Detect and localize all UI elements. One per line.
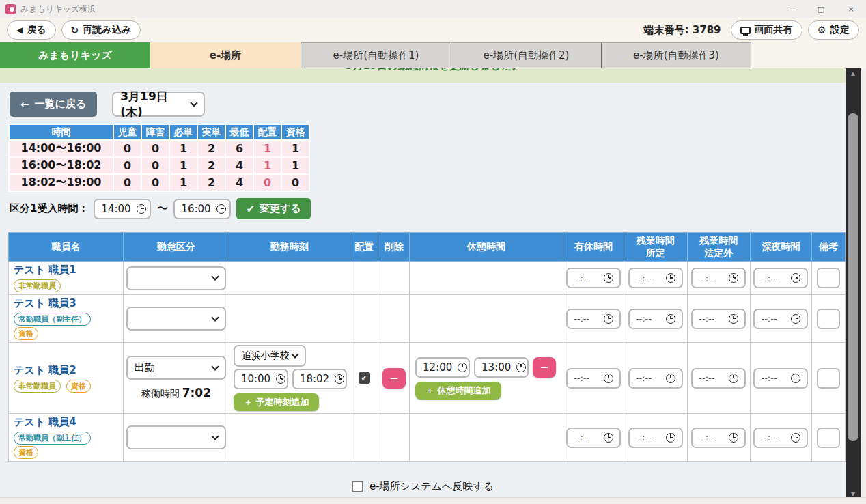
reflect-row: e-場所システムへ反映する [0, 480, 846, 493]
paid-leave-time-input[interactable]: --:-- [566, 268, 621, 288]
break-end-time-input[interactable]: 13:00 [474, 357, 529, 378]
attendance-type-select[interactable] [126, 307, 226, 331]
scroll-up-button[interactable]: ▲ [851, 68, 856, 79]
col-delete: 削除 [378, 233, 410, 262]
chevron-down-icon [191, 99, 198, 107]
paid-leave-time-input[interactable]: --:-- [566, 309, 621, 329]
kubun-end-time-input[interactable]: 16:00 [173, 199, 231, 219]
back-button[interactable]: ◀ 戻る [7, 20, 56, 40]
staff-name: テスト 職員1 [14, 264, 120, 277]
staff-header-row: 職員名 勤怠区分 勤務時刻 配置 削除 休憩時間 有休時間 残業時間 所定 残業… [9, 233, 846, 262]
night-time-input[interactable]: --:-- [753, 368, 808, 389]
overtime-statutory-input[interactable]: --:-- [691, 368, 746, 389]
tab-e-basho-auto2[interactable]: e-場所(自動操作2) [451, 42, 601, 68]
clock-icon [604, 273, 613, 283]
summary-row: 18:02〜19:00 0 0 1 2 4 0 0 [9, 174, 309, 191]
paid-leave-time-input[interactable]: --:-- [566, 368, 621, 389]
col-actual: 実単 [197, 124, 225, 140]
staff-badge: 資格 [66, 380, 91, 393]
staff-row-3: テスト 職員2 非常勤職員 資格 出勤 稼働時間7:02 追浜小学校 [9, 343, 846, 414]
success-notification: ✔ 3月19日の勤怠情報を更新しました。 [0, 68, 846, 83]
close-button[interactable]: × [836, 0, 866, 18]
location-select[interactable]: 追浜小学校 [234, 345, 306, 367]
kubun-accept-time-row: 区分1受入時間： 14:00 〜 16:00 ✔ 変更する [10, 198, 846, 219]
col-night-time: 深夜時間 [751, 233, 812, 262]
overtime-statutory-input[interactable]: --:-- [691, 309, 746, 329]
tab-bar: みまもりキッズ e-場所 e-場所(自動操作1) e-場所(自動操作2) e-場… [0, 42, 866, 68]
clock-icon [604, 374, 613, 383]
tab-e-basho-auto1[interactable]: e-場所(自動操作1) [301, 42, 451, 68]
staff-row-2: テスト 職員3 常勤職員（副主任） 資格 --:-- --:-- --:-- -… [9, 295, 846, 343]
clock-icon [729, 314, 738, 324]
tab-mimamori-kids[interactable]: みまもりキッズ [0, 42, 150, 68]
change-button[interactable]: ✔ 変更する [236, 198, 310, 219]
night-time-input[interactable]: --:-- [753, 268, 808, 288]
shift-end-time-input[interactable]: 18:02 [292, 369, 347, 389]
clock-icon [216, 204, 226, 214]
maximize-button[interactable]: □ [806, 0, 836, 18]
tab-e-basho[interactable]: e-場所 [150, 42, 301, 68]
settings-label: 設定 [830, 24, 850, 36]
overtime-statutory-input[interactable]: --:-- [691, 268, 746, 288]
remarks-input[interactable] [817, 368, 840, 389]
shift-start-time-input[interactable]: 10:00 [234, 369, 288, 389]
clock-icon [791, 273, 800, 283]
paid-leave-time-input[interactable]: --:-- [566, 428, 621, 448]
night-time-input[interactable]: --:-- [753, 309, 808, 329]
toolbar: ◀ 戻る ↻ 再読み込み 端末番号: 3789 画面共有 ⚙ 設定 [0, 18, 866, 42]
back-to-list-button[interactable]: ← 一覧に戻る [10, 92, 97, 117]
clock-icon [276, 374, 285, 384]
placement-checkbox[interactable]: ✔ [359, 372, 370, 384]
overtime-scheduled-input[interactable]: --:-- [628, 428, 683, 448]
window-title: みまもりキッズ横浜 [20, 3, 96, 15]
attendance-type-select[interactable]: 出勤 [126, 356, 226, 380]
minimize-button[interactable]: — [776, 0, 806, 18]
overtime-scheduled-input[interactable]: --:-- [628, 268, 683, 288]
kubun-label: 区分1受入時間： [10, 202, 88, 215]
scrollbar-thumb[interactable] [848, 113, 858, 441]
attendance-type-select[interactable] [126, 425, 226, 449]
title-bar: みまもりキッズ横浜 — □ × [0, 0, 866, 18]
clock-icon [604, 433, 613, 443]
clock-icon [729, 433, 738, 443]
remarks-input[interactable] [817, 428, 840, 448]
clock-icon [666, 433, 675, 443]
staff-name: テスト 職員4 [14, 416, 120, 429]
tilde-separator: 〜 [156, 201, 168, 216]
scrollbar-track[interactable] [846, 79, 861, 488]
date-select[interactable]: 3月19日 (木) [112, 92, 205, 117]
break-start-time-input[interactable]: 12:00 [415, 357, 470, 378]
overtime-scheduled-input[interactable]: --:-- [628, 309, 683, 329]
overtime-statutory-input[interactable]: --:-- [691, 428, 746, 448]
col-break-time: 休憩時間 [410, 233, 563, 262]
delete-break-button[interactable]: − [533, 357, 556, 378]
col-overtime-scheduled: 残業時間 所定 [624, 233, 687, 262]
col-overtime-statutory: 残業時間 法定外 [687, 233, 750, 262]
col-qualification: 資格 [281, 124, 309, 140]
clock-icon [666, 374, 675, 383]
remarks-input[interactable] [817, 268, 840, 288]
tab-e-basho-auto3[interactable]: e-場所(自動操作3) [601, 42, 751, 68]
delete-shift-button[interactable]: − [382, 368, 406, 389]
kubun-start-time-input[interactable]: 14:00 [94, 199, 151, 219]
add-shift-time-button[interactable]: ＋ 予定時刻追加 [234, 393, 320, 411]
night-time-input[interactable]: --:-- [753, 428, 808, 448]
staff-badge: 資格 [14, 327, 38, 340]
chevron-down-icon [211, 313, 219, 321]
overtime-scheduled-input[interactable]: --:-- [628, 368, 683, 389]
clock-icon [729, 273, 738, 283]
attendance-type-select[interactable] [126, 266, 226, 290]
reload-button[interactable]: ↻ 再読み込み [61, 20, 141, 40]
add-break-time-button[interactable]: ＋ 休憩時間追加 [415, 382, 501, 400]
col-time: 時間 [9, 124, 113, 140]
remarks-input[interactable] [817, 309, 840, 329]
clock-icon [666, 273, 675, 283]
app-icon [5, 4, 16, 14]
gear-icon: ⚙ [818, 24, 826, 36]
col-placement: 配置 [253, 124, 281, 140]
screen-share-button[interactable]: 画面共有 [731, 20, 802, 40]
reflect-checkbox[interactable] [352, 481, 363, 492]
staff-row-1: テスト 職員1 非常勤職員 --:-- --:-- --:-- --:-- [9, 262, 846, 295]
settings-button[interactable]: ⚙ 設定 [808, 20, 859, 40]
chevron-down-icon [211, 272, 219, 280]
